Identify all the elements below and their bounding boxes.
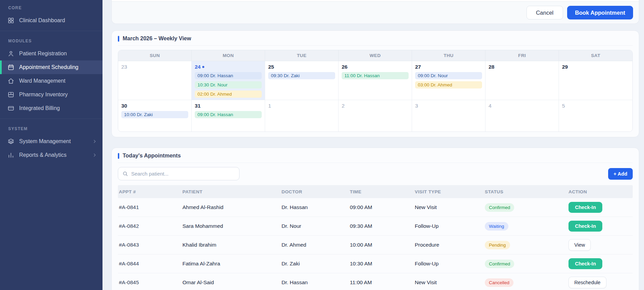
- status-cell: Confirmed: [485, 260, 568, 268]
- check-in-button[interactable]: Check-In: [568, 221, 602, 232]
- patient-name: Omar Al-Said: [182, 279, 282, 286]
- check-in-button[interactable]: Check-In: [568, 202, 602, 213]
- title-accent-bar: [118, 36, 119, 42]
- appointment-number: #A-0843: [119, 242, 182, 248]
- calendar-day-number: 3: [415, 103, 482, 109]
- table-row: #A-0843Khalid IbrahimDr. Ahmed10:00 AMPr…: [118, 236, 633, 254]
- table-column-header-visit-type: VISIT TYPE: [415, 189, 485, 194]
- calendar-day-cell-29[interactable]: 29: [559, 61, 632, 100]
- sidebar-item-system-management[interactable]: System Management: [0, 135, 102, 148]
- appointment-number: #A-0845: [119, 279, 182, 286]
- calendar-event-chip[interactable]: 09:00 Dr. Hassan: [195, 72, 262, 79]
- sidebar-divider: [0, 31, 102, 31]
- calendar-day-number: 31: [195, 103, 262, 109]
- calendar-event-chip[interactable]: 09:00 Dr. Nour: [415, 72, 482, 79]
- sidebar-item-label: Reports & Analytics: [19, 152, 67, 158]
- booking-form-footer-card: Cancel Book Appointment: [111, 0, 639, 24]
- todays-appointments-card: Today's Appointments + Add APPT #PATIENT…: [111, 148, 639, 290]
- appointments-toolbar: + Add: [118, 167, 633, 180]
- calendar-day-header-sun: SUN: [118, 50, 192, 61]
- calendar-day-number: 30: [121, 103, 188, 109]
- home-icon: [8, 78, 14, 84]
- sidebar-item-label: System Management: [19, 138, 71, 144]
- sidebar-item-pharmacy-inventory[interactable]: Pharmacy Inventory: [0, 88, 102, 101]
- view-button[interactable]: View: [568, 239, 591, 251]
- calendar-event-chip[interactable]: 02:00 Dr. Ahmed: [195, 91, 262, 98]
- reschedule-button[interactable]: Reschedule: [568, 277, 606, 288]
- sidebar-item-reports-analytics[interactable]: Reports & Analytics: [0, 148, 102, 162]
- calendar-day-cell-30[interactable]: 3010:00 Dr. Zaki: [118, 100, 192, 132]
- calendar-body: 232409:00 Dr. Hassan10:30 Dr. Nour02:00 …: [118, 61, 632, 132]
- sidebar-item-integrated-billing[interactable]: Integrated Billing: [0, 101, 102, 115]
- calendar-day-cell-27[interactable]: 2709:00 Dr. Nour03:00 Dr. Ahmed: [412, 61, 485, 100]
- calendar-day-cell-23[interactable]: 23: [118, 61, 192, 100]
- chevron-right-icon: [92, 153, 97, 157]
- calendar-day-cell-1[interactable]: 1: [265, 100, 339, 132]
- calendar-day-number: 26: [342, 64, 409, 70]
- calendar-day-cell-24[interactable]: 2409:00 Dr. Hassan10:30 Dr. Nour02:00 Dr…: [192, 61, 265, 100]
- table-row: #A-0841Ahmed Al-RashidDr. Hassan09:00 AM…: [118, 198, 633, 217]
- chevron-right-icon: [92, 139, 97, 144]
- status-cell: Pending: [485, 241, 568, 249]
- credit-card-icon: [8, 105, 14, 112]
- sidebar: COREClinical DashboardMODULESPatient Reg…: [0, 0, 102, 290]
- status-badge: Pending: [485, 241, 510, 249]
- calendar-day-number: 24: [195, 64, 262, 70]
- table-column-header-action: ACTION: [568, 189, 632, 194]
- table-column-header-appt: APPT #: [119, 189, 182, 194]
- patient-name: Fatima Al-Zahra: [182, 261, 282, 267]
- main-content: Cancel Book Appointment March 2026 – Wee…: [102, 0, 644, 290]
- calendar-day-cell-26[interactable]: 2611:00 Dr. Hassan: [339, 61, 412, 100]
- table-column-header-time: TIME: [350, 189, 415, 194]
- add-appointment-button[interactable]: + Add: [608, 168, 633, 180]
- sidebar-item-appointment-scheduling[interactable]: Appointment Scheduling: [0, 60, 102, 74]
- calendar-day-cell-25[interactable]: 2509:30 Dr. Zaki: [265, 61, 339, 100]
- calendar-day-number: 27: [415, 64, 482, 70]
- calendar-grid: SUNMONTUEWEDTHUFRISAT 232409:00 Dr. Hass…: [118, 50, 633, 132]
- sidebar-section-label: MODULES: [0, 34, 102, 47]
- book-appointment-button[interactable]: Book Appointment: [567, 6, 633, 19]
- calendar-day-cell-31[interactable]: 3109:00 Dr. Hassan: [192, 100, 265, 132]
- cancel-button[interactable]: Cancel: [526, 6, 563, 19]
- calendar-day-cell-28[interactable]: 28: [485, 61, 559, 100]
- status-cell: Cancelled: [485, 278, 568, 287]
- calendar-event-chip[interactable]: 03:00 Dr. Ahmed: [415, 81, 482, 88]
- calendar-day-cell-5[interactable]: 5: [559, 100, 632, 132]
- sidebar-item-clinical-dashboard[interactable]: Clinical Dashboard: [0, 14, 102, 27]
- appointment-number: #A-0844: [119, 261, 182, 267]
- appointment-number: #A-0841: [119, 204, 182, 210]
- calendar-day-cell-3[interactable]: 3: [412, 100, 485, 132]
- table-row: #A-0842Sara MohammedDr. Nour09:30 AMFoll…: [118, 217, 633, 236]
- status-cell: Waiting: [485, 222, 568, 231]
- doctor-name: Dr. Nour: [282, 223, 350, 229]
- sidebar-section-label: CORE: [0, 1, 102, 14]
- calendar-event-chip[interactable]: 09:30 Dr. Zaki: [268, 72, 335, 79]
- calendar-day-cell-2[interactable]: 2: [339, 100, 412, 132]
- calendar-day-number: 25: [268, 64, 335, 70]
- sidebar-divider: [0, 119, 102, 119]
- check-in-button[interactable]: Check-In: [568, 258, 602, 269]
- search-icon: [122, 171, 128, 177]
- visit-type: Procedure: [415, 242, 485, 248]
- action-cell: Check-In: [568, 221, 632, 232]
- sidebar-item-patient-registration[interactable]: Patient Registration: [0, 47, 102, 60]
- visit-type: New Visit: [415, 204, 485, 210]
- calendar-day-number: 4: [489, 103, 556, 109]
- table-column-header-patient: PATIENT: [182, 189, 282, 194]
- calendar-event-chip[interactable]: 10:00 Dr. Zaki: [121, 111, 188, 118]
- table-row: #A-0844Fatima Al-ZahraDr. Zaki10:30 AMFo…: [118, 254, 633, 273]
- calendar-event-chip[interactable]: 10:30 Dr. Nour: [195, 81, 262, 88]
- calendar-day-cell-4[interactable]: 4: [485, 100, 559, 132]
- calendar-event-chip[interactable]: 11:00 Dr. Hassan: [342, 72, 409, 79]
- calendar-week-row: 232409:00 Dr. Hassan10:30 Dr. Nour02:00 …: [118, 61, 632, 100]
- calendar-day-header-wed: WED: [339, 50, 412, 61]
- appointment-time: 09:30 AM: [350, 223, 415, 229]
- search-patient-input[interactable]: [131, 171, 235, 177]
- status-badge: Confirmed: [485, 260, 514, 268]
- calendar-event-chip[interactable]: 09:00 Dr. Hassan: [195, 111, 262, 118]
- table-column-header-doctor: DOCTOR: [282, 189, 350, 194]
- appointment-time: 10:30 AM: [350, 261, 415, 267]
- sidebar-item-ward-management[interactable]: Ward Management: [0, 74, 102, 88]
- calendar-title-row: March 2026 – Weekly View: [118, 36, 633, 46]
- calendar-day-header-sat: SAT: [559, 50, 632, 61]
